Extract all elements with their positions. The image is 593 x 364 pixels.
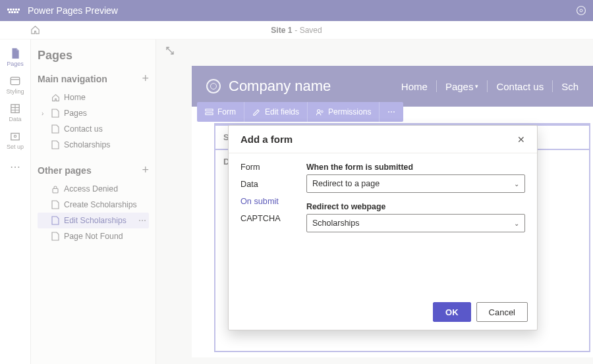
select-value: Redirect to a page [312,179,380,188]
dialog-tabs: Form Data On submit CAPTCHA [240,163,306,296]
tab-captcha[interactable]: CAPTCHA [240,214,306,223]
dialog-footer: OK Cancel [229,296,537,330]
select-on-submit-action[interactable]: Redirect to a page ⌄ [306,174,525,193]
tab-data[interactable]: Data [240,180,306,189]
cancel-button[interactable]: Cancel [476,302,528,322]
chevron-down-icon: ⌄ [514,220,519,227]
chevron-down-icon: ⌄ [514,180,519,188]
ok-button[interactable]: OK [433,302,471,322]
dialog-title: Add a form [240,134,293,145]
tab-form[interactable]: Form [240,163,306,172]
field-label-redirect-page: Redirect to webpage [306,202,525,211]
add-form-dialog: Add a form ✕ Form Data On submit CAPTCHA… [228,125,538,330]
field-label-on-submit: When the form is submitted [306,163,525,172]
select-redirect-webpage[interactable]: Scholarships ⌄ [306,214,525,232]
dialog-header: Add a form ✕ [229,126,537,153]
close-icon[interactable]: ✕ [517,134,525,145]
select-value: Scholarships [312,219,360,228]
tab-on-submit[interactable]: On submit [240,197,306,206]
